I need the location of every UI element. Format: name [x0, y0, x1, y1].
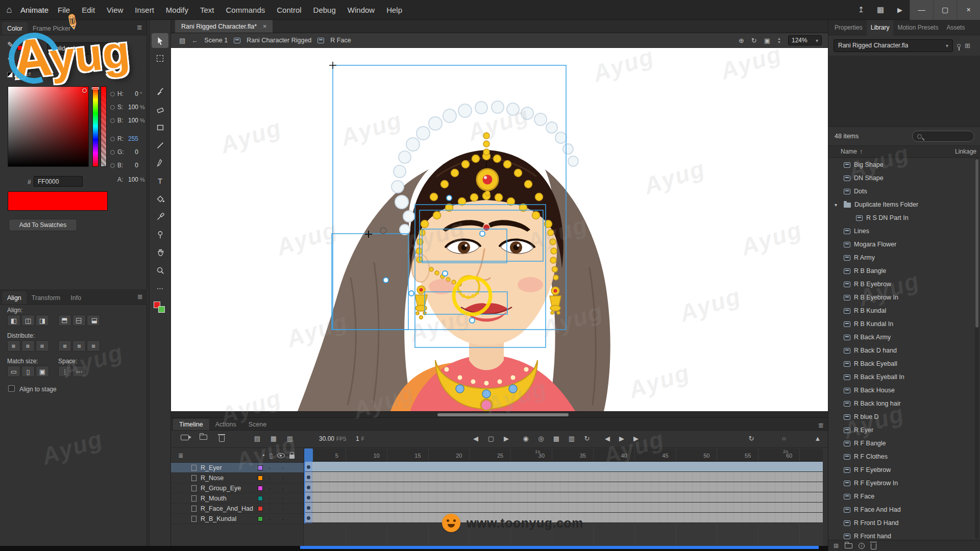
layer-color-chip[interactable] [258, 486, 263, 491]
h-radio[interactable] [110, 92, 115, 96]
zoom-tool[interactable] [152, 263, 168, 278]
library-item[interactable]: R F Eyebrow In [828, 477, 974, 490]
library-item[interactable]: R Back House [828, 384, 974, 397]
step-up-icon[interactable]: ▲ [777, 37, 781, 40]
close-button[interactable]: × [957, 0, 980, 20]
prev-frame-icon[interactable]: ◀ [603, 435, 612, 442]
saturation-brightness-picker[interactable] [8, 86, 89, 167]
default-colors-icon[interactable] [7, 72, 13, 78]
next-frame-icon[interactable]: ▶ [631, 435, 641, 442]
loop-playback-icon[interactable]: ◉ [521, 435, 530, 442]
library-item[interactable]: Big Shape [828, 158, 974, 171]
b2-value[interactable]: 0 [135, 162, 138, 169]
tab-library[interactable]: Library [867, 20, 894, 35]
menu-item[interactable]: Control [277, 6, 301, 14]
restore-button[interactable]: ▢ [933, 0, 957, 20]
library-item[interactable]: Dots [828, 185, 974, 198]
breadcrumb-symbol[interactable]: Rani Character Rigged [247, 37, 311, 44]
home-icon[interactable]: ⌂ [0, 5, 18, 15]
s-radio[interactable] [110, 105, 115, 110]
layer-depth-icon[interactable]: ▦ [269, 435, 278, 442]
library-item[interactable]: Lines [828, 224, 974, 238]
menu-item[interactable]: Insert [135, 6, 154, 14]
r-radio[interactable] [110, 137, 115, 141]
library-item[interactable]: R Back Eyeball [828, 357, 974, 370]
library-item[interactable]: R B Bangle [828, 264, 974, 278]
search-input[interactable] [912, 131, 974, 142]
tab-align[interactable]: Align [2, 291, 27, 304]
g-value[interactable]: 0 [135, 148, 138, 156]
eyedropper-tool[interactable] [152, 209, 168, 224]
align-left-button[interactable]: ◧ [7, 315, 20, 326]
app-menu-animate[interactable]: Animate [20, 6, 48, 14]
align-bottom-button[interactable]: ◧ [87, 315, 100, 326]
tab-color[interactable]: Color [2, 22, 28, 35]
color-cursor[interactable] [82, 88, 87, 93]
layer-visibility-dot[interactable]: · [263, 515, 276, 523]
library-item[interactable]: R blue D [828, 410, 974, 423]
outline-column-icon[interactable]: ▯ [269, 452, 273, 459]
no-color-icon[interactable]: ⊘ [17, 70, 22, 78]
layer-visibility-dot[interactable]: · [263, 494, 276, 503]
document-tab[interactable]: Rani Rigged Character.fla* × [175, 20, 273, 33]
playhead-handle[interactable] [304, 448, 313, 462]
tab-scene[interactable]: Scene [242, 419, 273, 430]
layer-lock-dot[interactable]: · [276, 505, 289, 513]
scrollbar-thumb[interactable] [437, 413, 569, 416]
tab-info[interactable]: Info [65, 291, 86, 304]
panel-menu-icon[interactable]: ≣ [137, 293, 143, 300]
frames-view-icon[interactable]: ▤ [253, 435, 262, 442]
layer-color-chip[interactable] [258, 516, 263, 521]
prev-keyframe-icon[interactable]: ◀ [471, 435, 480, 442]
hue-slider[interactable] [92, 86, 99, 167]
add-to-swatches-button[interactable]: Add To Swatches [9, 219, 77, 231]
distribute-left-button[interactable]: ≡ [58, 340, 71, 352]
ease-icon[interactable]: ▥ [285, 435, 295, 442]
selection-tool[interactable] [152, 33, 168, 48]
lock-column-icon[interactable] [289, 455, 295, 459]
layer-lock-dot[interactable]: · [276, 464, 289, 472]
align-middle-vertical-button[interactable]: ◫ [72, 315, 86, 326]
timeline-ruler[interactable]: 1s 2s 51015202530354045505560 [304, 448, 823, 462]
layer-row[interactable]: R_Eyer · · [171, 463, 304, 473]
layer-row[interactable]: R_Face_And_Had · · [171, 504, 304, 514]
match-height-button[interactable]: ▯ [21, 366, 35, 377]
add-camera-icon[interactable] [180, 435, 189, 440]
library-document-select[interactable]: Rani Rigged Character.fla ▾ [834, 39, 953, 52]
library-item[interactable]: R Back Eyeball In [828, 370, 974, 384]
layer-frames-row[interactable] [304, 492, 823, 503]
match-width-button[interactable]: ▭ [7, 366, 20, 377]
pin-library-icon[interactable] [957, 44, 961, 47]
properties-icon[interactable]: i [859, 543, 865, 549]
distribute-right-button[interactable]: ≡ [87, 340, 100, 352]
library-item[interactable]: R B Kundal In [828, 317, 974, 331]
library-item[interactable]: R F Clothes [828, 450, 974, 463]
breadcrumb-part[interactable]: R Face [330, 37, 351, 44]
center-stage-icon[interactable]: ⊕ [739, 37, 744, 44]
minimize-button[interactable]: — [910, 0, 933, 20]
stage[interactable] [171, 48, 828, 411]
zoom-select[interactable]: 124% ▾ [788, 35, 822, 45]
step-down-icon[interactable]: ▼ [777, 40, 781, 44]
close-tab-icon[interactable]: × [263, 23, 266, 30]
new-library-panel-icon[interactable]: ⊞ [965, 42, 970, 49]
pen-tool[interactable] [152, 156, 168, 170]
fill-color-chip[interactable] [17, 60, 26, 65]
loop-range-icon[interactable]: ↻ [582, 435, 592, 442]
tab-frame-picker[interactable]: Frame Picker [28, 22, 76, 35]
panel-menu-icon[interactable]: ≣ [137, 23, 142, 31]
delete-layer-icon[interactable] [217, 435, 226, 442]
current-frame-display[interactable]: 1F [356, 435, 364, 442]
layer-name[interactable]: R_Nose [201, 474, 258, 482]
timeline-zoom-knob-icon[interactable]: ○ [779, 435, 789, 442]
folder-chevron[interactable]: ▾ [835, 202, 840, 208]
swap-colors-icon[interactable]: ⇄ [26, 70, 31, 78]
rectangle-tool[interactable] [152, 120, 168, 135]
distribute-bottom-button[interactable]: ≡ [36, 340, 49, 352]
library-item[interactable]: R F Bangle [828, 437, 974, 450]
free-transform-tool[interactable] [152, 51, 168, 66]
menu-item[interactable]: View [107, 6, 123, 14]
library-item[interactable]: R Back long hair [828, 397, 974, 410]
layer-lock-dot[interactable]: · [276, 515, 289, 523]
library-item[interactable]: Mogara Flower [828, 238, 974, 251]
